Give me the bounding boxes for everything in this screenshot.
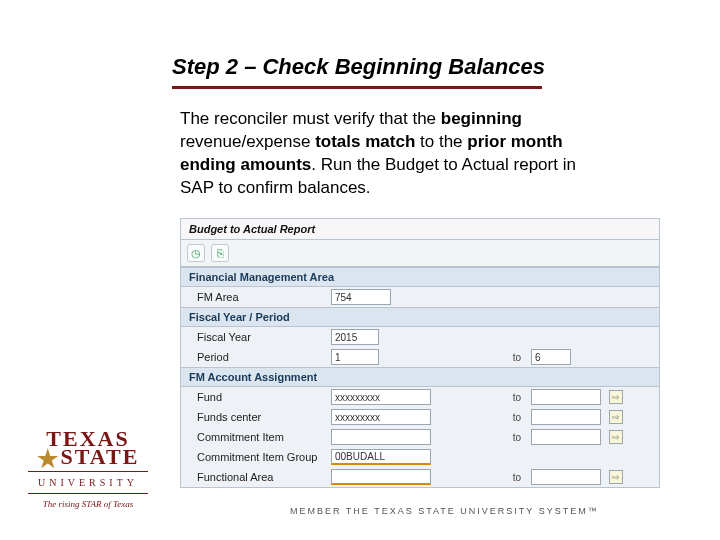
sap-section-fma: Financial Management Area FM Area 754 bbox=[181, 267, 659, 307]
label-to-commitment-item: to bbox=[507, 432, 527, 443]
input-period-to[interactable]: 6 bbox=[531, 349, 571, 365]
body-bold-beginning: beginning bbox=[441, 109, 522, 128]
label-fund: Fund bbox=[197, 391, 327, 403]
input-funds-center-to[interactable] bbox=[531, 409, 601, 425]
multi-select-icon[interactable]: ⇨ bbox=[609, 390, 623, 404]
body-paragraph: The reconciler must verify that the begi… bbox=[180, 108, 600, 200]
sap-section-header-fma: Financial Management Area bbox=[181, 268, 659, 287]
label-period: Period bbox=[197, 351, 327, 363]
sap-row-commitment-item-group: Commitment Item Group 00BUDALL bbox=[181, 447, 659, 467]
body-text-1: The reconciler must verify that the bbox=[180, 109, 441, 128]
multi-select-icon[interactable]: ⇨ bbox=[609, 410, 623, 424]
sap-row-functional-area: Functional Area to ⇨ bbox=[181, 467, 659, 487]
input-functional-area-from[interactable] bbox=[331, 469, 431, 485]
input-fund-to[interactable] bbox=[531, 389, 601, 405]
logo-word-state: STATE bbox=[61, 444, 140, 469]
clock-icon[interactable]: ◷ bbox=[187, 244, 205, 262]
logo-university: UNIVERSITY bbox=[28, 477, 148, 488]
body-text-3: to the bbox=[415, 132, 467, 151]
sap-row-fm-area: FM Area 754 bbox=[181, 287, 659, 307]
multi-select-icon[interactable]: ⇨ bbox=[609, 430, 623, 444]
member-footer: MEMBER THE TEXAS STATE UNIVERSITY SYSTEM… bbox=[290, 506, 599, 516]
multi-select-icon[interactable]: ⇨ bbox=[609, 470, 623, 484]
body-bold-totals-match: totals match bbox=[315, 132, 415, 151]
input-commitment-item-to[interactable] bbox=[531, 429, 601, 445]
label-funds-center: Funds center bbox=[197, 411, 327, 423]
variant-icon[interactable]: ⎘ bbox=[211, 244, 229, 262]
sap-row-commitment-item: Commitment Item to ⇨ bbox=[181, 427, 659, 447]
input-funds-center-from[interactable]: xxxxxxxxx bbox=[331, 409, 431, 425]
sap-row-funds-center: Funds center xxxxxxxxx to ⇨ bbox=[181, 407, 659, 427]
title-underline bbox=[172, 86, 542, 89]
label-to-fund: to bbox=[507, 392, 527, 403]
sap-row-period: Period 1 to 6 bbox=[181, 347, 659, 367]
slide-title-text: Step 2 – Check Beginning Balances bbox=[172, 54, 545, 79]
slide-title: Step 2 – Check Beginning Balances bbox=[172, 54, 545, 89]
label-to-funds-center: to bbox=[507, 412, 527, 423]
label-to-functional-area: to bbox=[507, 472, 527, 483]
sap-section-header-fy: Fiscal Year / Period bbox=[181, 308, 659, 327]
input-fm-area[interactable]: 754 bbox=[331, 289, 391, 305]
logo-rule-bottom bbox=[28, 493, 148, 494]
star-icon: ★ bbox=[37, 450, 61, 469]
label-fm-area: FM Area bbox=[197, 291, 327, 303]
sap-section-fm-assignment: FM Account Assignment Fund xxxxxxxxx to … bbox=[181, 367, 659, 487]
sap-toolbar: ◷ ⎘ bbox=[181, 240, 659, 267]
sap-section-header-assign: FM Account Assignment bbox=[181, 368, 659, 387]
label-fiscal-year: Fiscal Year bbox=[197, 331, 327, 343]
input-commitment-item-group[interactable]: 00BUDALL bbox=[331, 449, 431, 465]
sap-section-fiscal-year: Fiscal Year / Period Fiscal Year 2015 Pe… bbox=[181, 307, 659, 367]
sap-report-screenshot: Budget to Actual Report ◷ ⎘ Financial Ma… bbox=[180, 218, 660, 488]
label-commitment-item: Commitment Item bbox=[197, 431, 327, 443]
logo-line-1: TEXAS ★STATE bbox=[28, 430, 148, 466]
texas-state-logo: TEXAS ★STATE UNIVERSITY The rising STAR … bbox=[28, 430, 148, 509]
input-fund-from[interactable]: xxxxxxxxx bbox=[331, 389, 431, 405]
sap-window-title: Budget to Actual Report bbox=[181, 219, 659, 240]
body-text-2: revenue/expense bbox=[180, 132, 315, 151]
input-fiscal-year[interactable]: 2015 bbox=[331, 329, 379, 345]
label-functional-area: Functional Area bbox=[197, 471, 327, 483]
input-commitment-item-from[interactable] bbox=[331, 429, 431, 445]
logo-tagline: The rising STAR of Texas bbox=[28, 499, 148, 509]
label-to-period: to bbox=[507, 352, 527, 363]
input-period-from[interactable]: 1 bbox=[331, 349, 379, 365]
sap-row-fund: Fund xxxxxxxxx to ⇨ bbox=[181, 387, 659, 407]
input-functional-area-to[interactable] bbox=[531, 469, 601, 485]
label-commitment-item-group: Commitment Item Group bbox=[197, 451, 327, 463]
sap-row-fiscal-year: Fiscal Year 2015 bbox=[181, 327, 659, 347]
